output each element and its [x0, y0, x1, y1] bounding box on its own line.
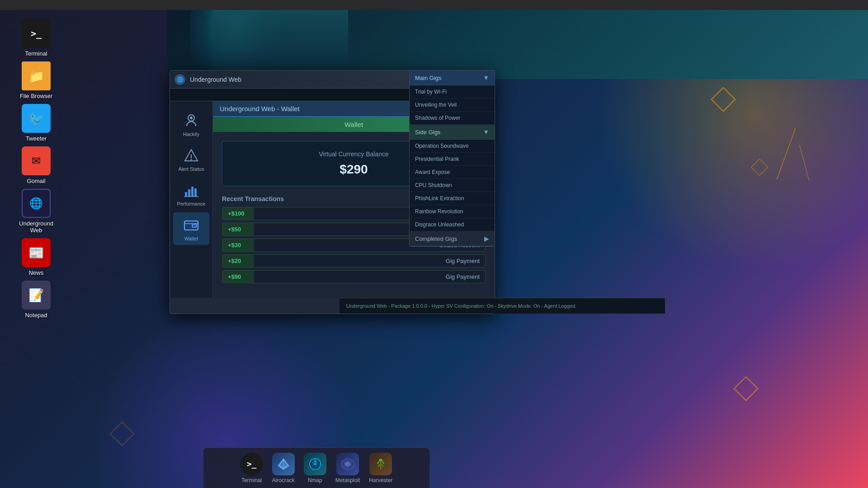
gomail-symbol: ✉ — [32, 155, 41, 167]
window-icon-symbol: 🌐 — [177, 76, 184, 83]
taskbar-app-airocrack[interactable]: Airocrack — [272, 453, 295, 483]
svg-point-3 — [191, 159, 192, 160]
taskbar-harvester-icon — [369, 453, 392, 475]
gomail-label: Gomail — [27, 178, 45, 184]
wallet-icon — [182, 216, 200, 234]
desktop-icon-news[interactable]: 📰 News — [14, 238, 59, 276]
sidebar-item-alert[interactable]: Alert Status — [173, 143, 209, 175]
underground-label: Underground Web — [14, 220, 59, 234]
desktop-icon-tweeter[interactable]: 🐦 Tweeter — [14, 104, 59, 142]
main-gig-item-1[interactable]: Unveiling the Veil — [410, 99, 495, 112]
taskbar-app-nmap[interactable]: Nmap — [304, 453, 326, 483]
alert-label: Alert Status — [179, 166, 204, 172]
tx-amount-1: +$50 — [222, 223, 254, 235]
sidebar-item-hackify[interactable]: Hackify — [173, 108, 209, 141]
taskbar-terminal-icon: >_ — [241, 453, 263, 475]
wallet-label: Wallet — [184, 236, 198, 241]
side-gig-item-3[interactable]: CPU Shutdown — [410, 179, 495, 192]
terminal-symbol: >_ — [31, 28, 42, 39]
taskbar-terminal-symbol: >_ — [247, 459, 257, 469]
taskbar-airocrack-icon — [272, 453, 295, 475]
svg-rect-4 — [185, 192, 187, 197]
side-gigs-expand-icon: ▼ — [483, 128, 489, 136]
main-gig-item-2[interactable]: Shadows of Power — [410, 112, 495, 125]
side-gigs-header[interactable]: Side Gigs ▼ — [410, 125, 495, 140]
completed-gigs-header[interactable]: Completed Gigs ▶ — [410, 231, 495, 246]
notepad-symbol: 📝 — [28, 288, 44, 303]
status-bar: Underground Web - Package 1.0.0.0 - Hype… — [340, 298, 665, 314]
notepad-icon-img: 📝 — [22, 281, 51, 310]
wallet-title-text: Wallet — [344, 121, 363, 128]
status-text: Underground Web - Package 1.0.0.0 - Hype… — [346, 303, 576, 309]
svg-point-15 — [314, 463, 316, 465]
tx-amount-4: +$90 — [222, 271, 254, 283]
side-gig-item-6[interactable]: Disgrace Unleashed — [410, 218, 495, 231]
news-symbol: 📰 — [28, 245, 44, 260]
side-gig-item-0[interactable]: Operation Soundwave — [410, 140, 495, 153]
taskbar-bottom: >_ Terminal Airocrack — [203, 447, 429, 488]
desktop-icon-terminal[interactable]: >_ Terminal — [14, 19, 59, 57]
file-browser-icon-img: 📁 — [22, 61, 51, 90]
tx-desc-4: Gig Payment — [254, 271, 485, 283]
news-icon-img: 📰 — [22, 238, 51, 267]
underground-symbol: 🌐 — [29, 197, 43, 210]
tx-amount-3: +$20 — [222, 255, 254, 267]
main-gigs-list: Trial by Wi-FiUnveiling the VeilShadows … — [410, 85, 495, 125]
performance-icon — [182, 181, 200, 199]
hero-area — [167, 0, 868, 79]
side-gig-item-4[interactable]: PhishLink Extraction — [410, 192, 495, 205]
svg-rect-5 — [188, 189, 190, 197]
terminal-icon-img: >_ — [22, 19, 51, 48]
svg-rect-7 — [194, 188, 197, 197]
file-browser-label: File Browser — [20, 93, 52, 99]
window-app-icon: 🌐 — [175, 74, 185, 85]
transaction-row-3: +$20 Gig Payment — [222, 254, 486, 267]
right-panel: Main Gigs ▼ Trial by Wi-FiUnveiling the … — [409, 70, 495, 247]
taskbar-metasploit-icon — [336, 453, 359, 475]
side-gig-item-5[interactable]: Rainbow Revolution — [410, 205, 495, 218]
side-gigs-list: Operation SoundwavePresidential PrankAwa… — [410, 140, 495, 231]
side-gig-item-1[interactable]: Presidential Prank — [410, 153, 495, 166]
taskbar-nmap-label: Nmap — [308, 477, 322, 483]
sidebar-item-performance[interactable]: Performance — [173, 178, 209, 210]
news-label: News — [29, 269, 44, 276]
side-gig-item-2[interactable]: Award Expose — [410, 166, 495, 179]
app-sidebar: Hackify Alert Status — [170, 101, 213, 298]
tx-amount-2: +$30 — [222, 239, 254, 251]
taskbar-metasploit-label: Metasploit — [335, 477, 360, 483]
taskbar-terminal-label: Terminal — [241, 477, 262, 483]
desktop-icon-notepad[interactable]: 📝 Notepad — [14, 281, 59, 319]
svg-rect-6 — [191, 187, 193, 197]
taskbar-app-harvester[interactable]: Harvester — [369, 453, 392, 483]
completed-gigs-expand-icon: ▶ — [484, 235, 489, 242]
taskbar-nmap-icon — [304, 453, 326, 475]
main-gigs-label: Main Gigs — [415, 75, 442, 81]
taskbar-app-terminal[interactable]: >_ Terminal — [241, 453, 263, 483]
main-gig-item-0[interactable]: Trial by Wi-Fi — [410, 85, 495, 99]
main-gigs-header[interactable]: Main Gigs ▼ — [410, 70, 495, 85]
tx-desc-3: Gig Payment — [254, 255, 485, 267]
transaction-row-4: +$90 Gig Payment — [222, 270, 486, 283]
svg-point-1 — [190, 117, 193, 119]
tx-amount-0: +$100 — [222, 207, 254, 220]
desktop: >_ Terminal 📁 File Browser 🐦 Tweeter ✉ G… — [0, 0, 868, 488]
taskbar-app-metasploit[interactable]: Metasploit — [335, 453, 360, 483]
tweeter-label: Tweeter — [26, 135, 47, 142]
hackify-label: Hackify — [183, 131, 199, 137]
underground-icon-img: 🌐 — [22, 189, 51, 218]
tweeter-icon-img: 🐦 — [22, 104, 51, 133]
file-browser-symbol: 📁 — [28, 69, 44, 84]
hackify-icon — [182, 112, 200, 130]
completed-gigs-label: Completed Gigs — [415, 235, 457, 242]
taskbar-airocrack-label: Airocrack — [272, 477, 295, 483]
gomail-icon-img: ✉ — [22, 146, 51, 175]
sidebar-item-wallet[interactable]: Wallet — [173, 212, 209, 245]
notepad-label: Notepad — [25, 312, 47, 319]
desktop-icon-underground-web[interactable]: 🌐 Underground Web — [14, 189, 59, 234]
taskbar-top — [0, 0, 868, 10]
terminal-label: Terminal — [25, 50, 47, 57]
desktop-icons: >_ Terminal 📁 File Browser 🐦 Tweeter ✉ G… — [0, 10, 72, 328]
svg-rect-10 — [192, 224, 197, 227]
desktop-icon-gomail[interactable]: ✉ Gomail — [14, 146, 59, 184]
desktop-icon-file-browser[interactable]: 📁 File Browser — [14, 61, 59, 99]
